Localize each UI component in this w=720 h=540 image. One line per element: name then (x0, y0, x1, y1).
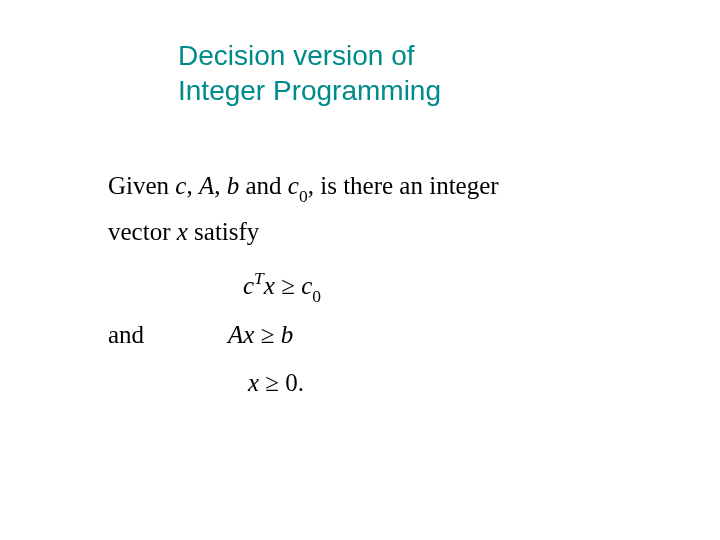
expr3-x: x (248, 369, 259, 396)
expr1: cTx ≥ c0 (168, 262, 321, 311)
var-b: b (227, 172, 240, 199)
vector-prefix: vector (108, 218, 177, 245)
given-line: Given c, A, b and c0, is there an intege… (108, 165, 499, 209)
expr3-ge: ≥ (259, 369, 285, 396)
expr1-T: T (254, 268, 264, 288)
var-x: x (177, 218, 188, 245)
expr1-sub: 0 (312, 286, 321, 306)
expr2-ge: ≥ (254, 321, 280, 348)
expr1-c2: c (301, 272, 312, 299)
expr3: x ≥ 0. (168, 359, 304, 407)
expr2-x: x (243, 321, 254, 348)
expr1-ge: ≥ (275, 272, 301, 299)
title-line-1: Decision version of (178, 38, 441, 73)
comma2: , (214, 172, 227, 199)
title-line-2: Integer Programming (178, 73, 441, 108)
slide-content: Given c, A, b and c0, is there an intege… (108, 165, 499, 406)
and-word: and (239, 172, 288, 199)
comma1: , (186, 172, 199, 199)
expr1-x: x (264, 272, 275, 299)
expr2-A: A (228, 321, 243, 348)
expr2-b: b (281, 321, 294, 348)
slide-title: Decision version of Integer Programming (178, 38, 441, 108)
constraint-row-2: and Ax ≥ b (108, 311, 499, 359)
var-c0-c: c (288, 172, 299, 199)
var-c: c (175, 172, 186, 199)
expr3-zero: 0. (285, 369, 304, 396)
vector-line: vector x satisfy (108, 211, 499, 252)
math-constraints: cTx ≥ c0 and Ax ≥ b x ≥ 0. (108, 262, 499, 406)
var-c0-sub: 0 (299, 186, 308, 206)
var-A: A (199, 172, 214, 199)
constraint-row-1: cTx ≥ c0 (108, 262, 499, 311)
vector-suffix: satisfy (188, 218, 260, 245)
given-prefix: Given (108, 172, 175, 199)
expr1-c: c (243, 272, 254, 299)
and-label: and (108, 311, 168, 359)
constraint-row-3: x ≥ 0. (108, 359, 499, 407)
given-suffix: , is there an integer (308, 172, 499, 199)
expr2: Ax ≥ b (168, 311, 293, 359)
